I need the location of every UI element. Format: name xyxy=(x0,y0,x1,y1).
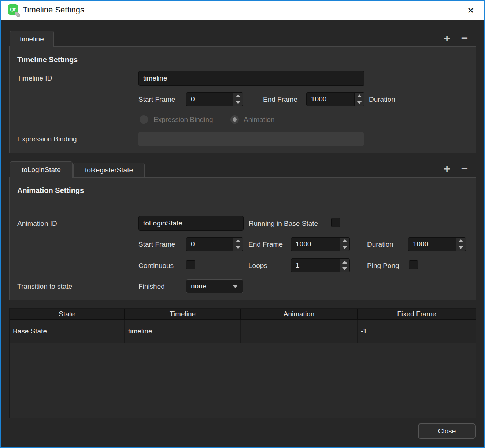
add-animation-button[interactable]: + xyxy=(441,161,453,176)
cell-animation xyxy=(241,320,358,343)
close-button[interactable]: Close xyxy=(418,423,476,439)
anim-start-frame-spinner[interactable]: 0 xyxy=(186,237,243,251)
spin-up-button[interactable] xyxy=(340,238,349,244)
transition-to-state-label: Transition to state xyxy=(17,283,72,291)
loops-value: 1 xyxy=(291,259,340,272)
anim-start-frame-label: Start Frame xyxy=(138,240,175,249)
column-header-fixed-frame[interactable]: Fixed Frame xyxy=(358,309,476,319)
expression-binding-radio-label: Expression Binding xyxy=(153,116,213,124)
continuous-checkbox[interactable] xyxy=(186,260,195,269)
anim-duration-value: 1000 xyxy=(408,238,456,251)
start-frame-spinner[interactable]: 0 xyxy=(186,92,243,106)
cell-state: Base State xyxy=(10,320,125,343)
animation-tab-actions: + − xyxy=(441,161,470,176)
spin-down-button[interactable] xyxy=(233,244,243,251)
animation-settings-heading: Animation Settings xyxy=(17,186,84,195)
anim-duration-spinner[interactable]: 1000 xyxy=(408,237,466,251)
expression-binding-label: Expression Binding xyxy=(17,135,77,143)
spinner-arrows xyxy=(233,93,243,106)
column-header-animation[interactable]: Animation xyxy=(241,309,358,319)
end-frame-spinner[interactable]: 1000 xyxy=(306,92,364,106)
timeline-tab-actions: + − xyxy=(441,31,470,45)
anim-start-frame-value: 0 xyxy=(186,238,233,251)
anim-duration-label: Duration xyxy=(367,240,393,249)
add-timeline-button[interactable]: + xyxy=(441,31,453,45)
anim-end-frame-spinner[interactable]: 1000 xyxy=(291,237,350,251)
spin-up-button[interactable] xyxy=(340,259,349,265)
start-frame-label: Start Frame xyxy=(138,96,175,104)
remove-animation-button[interactable]: − xyxy=(459,161,470,176)
qt-leaf-icon xyxy=(15,12,20,17)
timeline-settings-dialog: Qt Timeline Settings ✕ timeline + − Time… xyxy=(0,0,485,448)
timeline-settings-heading: Timeline Settings xyxy=(17,56,78,64)
spinner-arrows xyxy=(354,93,364,106)
tab-timeline-label: timeline xyxy=(20,35,44,43)
ping-pong-label: Ping Pong xyxy=(367,262,399,270)
expression-binding-input[interactable] xyxy=(138,132,364,146)
tab-tologinstate-label: toLoginState xyxy=(22,166,61,174)
spinner-arrows xyxy=(340,238,349,251)
tab-timeline[interactable]: timeline xyxy=(10,31,54,47)
tab-toregisterstate[interactable]: toRegisterState xyxy=(73,163,145,177)
start-frame-value: 0 xyxy=(186,93,233,106)
timeline-id-label: Timeline ID xyxy=(17,74,52,82)
window-close-icon[interactable]: ✕ xyxy=(464,4,477,17)
spin-up-button[interactable] xyxy=(233,93,243,99)
continuous-label: Continuous xyxy=(138,262,174,270)
spin-up-button[interactable] xyxy=(355,93,364,99)
end-frame-value: 1000 xyxy=(307,93,354,106)
window-title: Timeline Settings xyxy=(23,5,84,15)
finished-dropdown[interactable]: none xyxy=(186,279,243,293)
table-row[interactable]: Base State timeline -1 xyxy=(10,320,476,343)
running-in-base-state-checkbox[interactable] xyxy=(331,218,340,227)
qt-logo-icon: Qt xyxy=(8,4,19,16)
spin-down-button[interactable] xyxy=(340,265,349,272)
animation-id-input[interactable]: toLoginState xyxy=(138,216,244,231)
spin-down-button[interactable] xyxy=(340,244,349,251)
spinner-arrows xyxy=(340,259,349,272)
spinner-arrows xyxy=(233,238,243,251)
finished-dropdown-value: none xyxy=(191,282,206,290)
chevron-down-icon xyxy=(233,285,238,288)
column-header-state[interactable]: State xyxy=(10,309,125,319)
animation-radio[interactable] xyxy=(230,115,239,124)
expression-binding-radio[interactable] xyxy=(140,115,148,124)
timeline-id-input[interactable]: timeline xyxy=(138,71,364,86)
tab-tologinstate[interactable]: toLoginState xyxy=(10,161,73,178)
anim-end-frame-label: End Frame xyxy=(248,240,283,249)
table-header-row: State Timeline Animation Fixed Frame xyxy=(10,309,476,320)
spin-up-button[interactable] xyxy=(456,238,466,244)
states-table: State Timeline Animation Fixed Frame Bas… xyxy=(9,308,476,418)
titlebar: Qt Timeline Settings ✕ xyxy=(0,0,485,20)
spin-up-button[interactable] xyxy=(233,238,243,244)
cell-timeline: timeline xyxy=(125,320,241,343)
tab-toregisterstate-label: toRegisterState xyxy=(85,166,133,174)
duration-label: Duration xyxy=(369,96,395,104)
remove-timeline-button[interactable]: − xyxy=(459,31,470,45)
spin-down-button[interactable] xyxy=(355,99,364,106)
spinner-arrows xyxy=(456,238,466,251)
finished-label: Finished xyxy=(138,283,165,291)
anim-end-frame-value: 1000 xyxy=(291,238,340,251)
loops-label: Loops xyxy=(248,262,267,270)
spin-down-button[interactable] xyxy=(456,244,466,251)
column-header-timeline[interactable]: Timeline xyxy=(125,309,241,319)
cell-fixed-frame: -1 xyxy=(358,320,476,343)
running-in-base-state-label: Running in Base State xyxy=(249,220,318,228)
spin-down-button[interactable] xyxy=(233,99,243,106)
end-frame-label: End Frame xyxy=(263,96,297,104)
animation-radio-label: Animation xyxy=(244,116,275,124)
animation-id-label: Animation ID xyxy=(17,220,57,228)
loops-spinner[interactable]: 1 xyxy=(291,258,350,272)
ping-pong-checkbox[interactable] xyxy=(409,260,418,269)
